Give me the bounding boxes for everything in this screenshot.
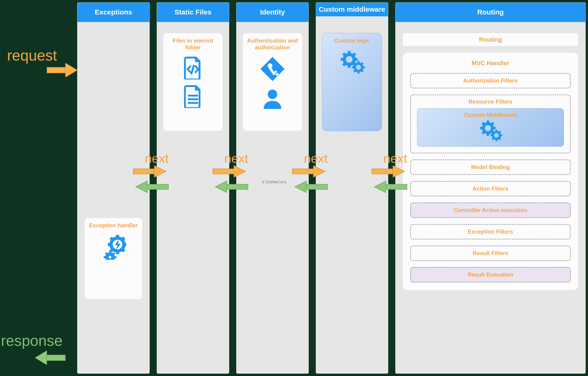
response-label: response [1, 332, 63, 349]
svg-line-18 [111, 238, 113, 240]
svg-line-64 [492, 131, 494, 132]
svg-line-40 [353, 53, 355, 55]
svg-line-58 [492, 123, 494, 125]
gears-inner-icon [478, 120, 503, 141]
exception-filters-box: Exception Filters [410, 224, 571, 240]
connector-1-label: next [131, 152, 182, 165]
svg-line-39 [343, 63, 345, 65]
routing-inner: Routing MVC Handler Authorization Filter… [402, 33, 578, 366]
connector-3-label: next [290, 152, 341, 165]
svg-point-31 [268, 90, 277, 99]
mvc-handler-box: MVC Handler Authorization Filters Resour… [402, 52, 578, 290]
custom-logic-card: Custom logic [322, 33, 382, 131]
static-files-card: Files in wwroot folder [163, 33, 223, 131]
identity-card: Authentication and authorization [242, 33, 302, 131]
document-file-icon [181, 85, 205, 108]
svg-line-19 [122, 249, 125, 251]
model-binding-box: Model Binding [410, 159, 571, 175]
connector-arrows-icon [369, 166, 409, 194]
authorization-filters-box: Authorization Filters [410, 73, 571, 88]
svg-line-20 [111, 249, 113, 251]
custom-logic-title: Custom logic [325, 37, 379, 44]
column-header-exceptions: Exceptions [77, 3, 149, 22]
resource-filters-label: Resource Filters [417, 98, 564, 105]
request-label: request [7, 47, 57, 64]
request-arrow-icon [47, 63, 77, 77]
svg-line-37 [343, 53, 345, 55]
svg-point-59 [493, 132, 500, 139]
svg-point-41 [355, 63, 362, 71]
result-filters-box: Result Filters [410, 246, 571, 261]
column-header-routing: Routing [396, 3, 585, 22]
connector-4-label: next [369, 152, 421, 165]
exception-handler-card: Exception handler [84, 218, 142, 300]
column-header-static: Static Files [157, 3, 229, 22]
controller-action-box: Controller Action execution [410, 202, 571, 218]
svg-marker-3 [35, 351, 47, 365]
exception-handler-title: Exception handler [87, 222, 139, 229]
svg-line-57 [483, 132, 484, 134]
svg-line-12 [113, 253, 115, 254]
svg-point-32 [344, 54, 354, 64]
connector-arrows-icon [210, 166, 250, 194]
svg-line-55 [483, 123, 484, 125]
connector-4: next [369, 152, 421, 199]
exception-gear-icon [101, 234, 126, 260]
custom-middleware-inner-card: Custom Middleware [417, 108, 564, 146]
user-icon [261, 87, 284, 110]
connector-3: next [290, 152, 341, 199]
svg-marker-26 [260, 57, 284, 81]
svg-marker-1 [65, 63, 77, 77]
svg-rect-2 [47, 355, 65, 361]
svg-line-21 [122, 238, 125, 240]
svg-line-9 [106, 253, 107, 254]
static-files-title: Files in wwroot folder [166, 37, 220, 51]
action-filters-box: Action Filters [410, 181, 571, 196]
routing-top-box: Routing [402, 33, 578, 46]
code-file-icon [181, 56, 205, 80]
svg-line-65 [499, 138, 501, 139]
custom-middleware-inner-title: Custom Middleware [421, 112, 559, 118]
key-diamond-icon [260, 56, 285, 82]
svg-line-67 [499, 131, 501, 132]
svg-line-66 [492, 138, 494, 139]
identity-title: Authentication and authorization [246, 37, 299, 51]
connector-2: next [210, 152, 262, 199]
column-routing: Routing Routing MVC Handler Authorizatio… [395, 2, 586, 374]
svg-line-49 [362, 63, 363, 64]
result-execution-box: Result Execution [410, 267, 571, 282]
connector-1: next [131, 152, 182, 199]
svg-marker-22 [115, 240, 121, 250]
connector-2-label: next [210, 152, 262, 165]
column-header-identity: Identity [236, 3, 308, 22]
connector-arrows-icon [131, 166, 171, 194]
watermark: © DotNetCurry [262, 180, 286, 184]
connector-arrows-icon [290, 166, 330, 194]
svg-rect-0 [47, 67, 65, 73]
response-arrow-icon [35, 351, 65, 365]
mvc-handler-title: MVC Handler [410, 60, 571, 67]
gears-icon [338, 49, 366, 75]
svg-line-46 [354, 63, 356, 64]
svg-point-50 [483, 124, 493, 133]
resource-filters-box: Resource Filters Custom Middleware [410, 94, 571, 153]
svg-line-48 [354, 70, 356, 72]
column-header-custom: Custom middleware [316, 3, 388, 16]
svg-line-47 [362, 70, 363, 72]
